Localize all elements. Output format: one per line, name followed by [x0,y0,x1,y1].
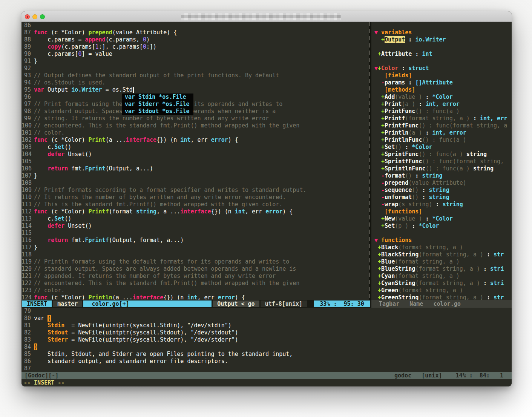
code-line: 106 return fmt.Fprint(Output, a...) [21,165,369,172]
completion-item[interactable]: var Stderr *os.File [122,101,193,108]
token [374,158,381,165]
token: + [378,265,381,272]
token: () : func(a ) [419,151,466,158]
line-number: 97 [21,101,31,108]
token: (c *Color) [48,29,88,36]
token: fmt. [68,237,85,244]
tagbar-line: +Attribute : int [371,51,512,58]
token: standard output, and standard error file… [34,358,228,365]
token: + [381,165,385,172]
token: + [378,287,381,294]
code-editor-window[interactable]: var Stdin *os.Filevar Stderr *os.Filevar… [21,22,369,300]
token: Print [385,101,402,107]
token: () [64,144,71,150]
token: error [265,208,282,215]
unsaved-dot-icon [27,16,28,18]
token: 0 [143,43,146,50]
token: format [385,172,405,179]
token: var Stdin *os.File [125,94,186,100]
tagbar-line: ▼ variables [371,29,512,36]
vertical-split-separator[interactable] [369,22,371,300]
tagbar-line [371,58,512,65]
tagbar-line: -wrap(s string) : string [371,201,512,208]
code-line: 118 [21,251,369,258]
token: Output [385,36,405,43]
token: (c *Color) [48,208,88,215]
token: ) { [282,208,293,215]
code-line: 108 [21,179,369,187]
token: : [402,144,412,150]
token [34,222,48,229]
token: : [419,194,429,201]
token: ) [146,36,150,43]
line-number: 95 [21,86,31,94]
code-line: 96 [21,94,369,101]
code-line: 92 [21,65,369,72]
token: func [34,29,48,36]
godoc-preview-window[interactable]: 7980var (81 Stdin = NewFile(uintptr(sysc… [21,308,512,372]
code-line: 122// encountered. This is the standard … [21,280,369,287]
token: (format string, a ) [419,251,483,258]
code-line: 102func (c *Color) Print(a ...interface{… [21,136,369,144]
code-line: 111// This is the standard fmt.Printf() … [21,201,369,208]
token: () [412,194,419,201]
token: () [64,215,71,222]
token: Println [385,129,408,136]
code-line: 124func (c *Color) Println(a ...interfac… [21,294,369,300]
token [374,122,381,129]
token: [fields] [374,72,412,79]
code-line: 99// string. It returns the number of by… [21,115,369,122]
desktop-background: var Stdin *os.Filevar Stderr *os.Filevar… [0,0,532,417]
token: () [395,144,402,150]
completion-item[interactable]: var Stdin *os.File [122,94,193,101]
completion-popup: var Stdin *os.Filevar Stderr *os.Filevar… [122,94,193,115]
code-line: 87func (c *Color) prepend(value Attribut… [21,29,369,36]
token: // appended. It returns the number of by… [34,273,276,279]
token: : [398,65,408,72]
line-number: 110 [21,194,31,201]
token: interface [133,294,163,300]
minimize-button[interactable] [32,14,37,19]
line-number: 91 [21,58,31,65]
token: defer [48,151,64,158]
token: + [381,129,385,136]
token: : [483,251,494,258]
zoom-button[interactable] [40,14,45,19]
token: // os.Stdout is used. [34,79,106,86]
token: + [378,258,381,265]
line-number: 118 [21,251,31,258]
line-number: 96 [21,94,31,101]
tagbar-line: +PrintlnFunc() : func(a ) [371,136,512,144]
code-line: 100// encountered. This is the standard … [21,122,369,129]
token: ] = value [81,51,112,57]
window-titlebar[interactable] [21,11,512,22]
token: interface [180,208,211,215]
godoc-line: 85 Stdin, Stdout, and Stderr are open Fi… [21,351,512,358]
token: Printf [385,115,405,122]
line-number: 98 [21,108,31,115]
token: int, error [425,101,459,107]
token: stri [490,265,504,272]
token: PrintfFunc [385,122,419,129]
tagbar-line: -sequence() : string [371,187,512,194]
tagbar-sidebar[interactable]: ▼ variables +Output : io.Writer +Attribu… [371,22,512,300]
tagbar-line [371,230,512,237]
token: + [378,294,381,300]
token: + [381,108,385,115]
completion-item[interactable]: var Stdout *os.File [122,108,193,115]
close-button[interactable] [25,14,30,19]
macvim-window: var Stdin *os.Filevar Stderr *os.Filevar… [21,11,512,386]
code-line: 86 [21,22,369,29]
line-number: 119 [21,258,31,265]
token: (value Attribute) [408,179,466,186]
token: + [378,280,381,287]
token: Printf [89,208,109,215]
token: Stdin [48,322,64,329]
token [34,237,48,244]
tagbar-line: +Output : io.Writer [371,36,512,43]
token [374,244,378,251]
line-number: 122 [21,280,31,287]
token: : [419,187,429,193]
token: string [473,165,494,172]
token: // encountered. This is the standard fmt… [34,122,299,129]
